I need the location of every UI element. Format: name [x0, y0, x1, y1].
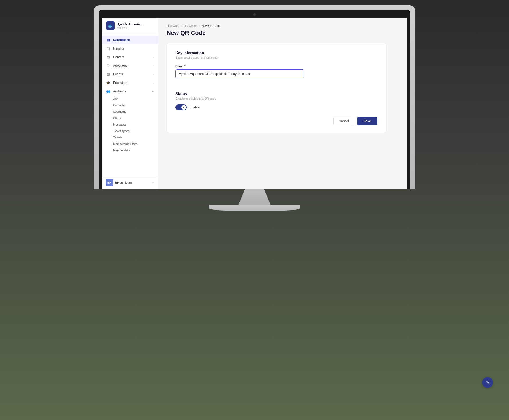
key-info-section: Key Information Basic details about the … — [175, 51, 377, 78]
status-section: Status Enable or disable this QR code ✓ … — [175, 92, 377, 110]
name-label: Name * — [175, 65, 377, 68]
sidebar-item-adoptions[interactable]: ♡ Adoptions › — [102, 61, 158, 70]
breadcrumb-current: New QR Code — [201, 24, 220, 27]
logout-icon[interactable]: ⇥ — [151, 181, 154, 185]
chevron-right-icon: › — [153, 81, 154, 84]
sidebar-subitem-ticket-types[interactable]: Ticket Types — [102, 128, 158, 134]
page-title: New QR Code — [167, 29, 399, 36]
sidebar-logo-area: 🐟 Aycliffe Aquarium n-gage.io — [102, 18, 158, 33]
key-info-desc: Basic details about the QR code — [175, 56, 377, 59]
adoptions-icon: ♡ — [106, 63, 110, 68]
toggle-thumb: ✓ — [181, 105, 186, 110]
sidebar-item-education[interactable]: 🎓 Education › — [102, 78, 158, 87]
sidebar-footer: BH Bryan Hoare ⇥ — [102, 176, 158, 189]
org-url: n-gage.io — [117, 26, 142, 29]
toggle-row: ✓ Enabled — [175, 104, 377, 110]
sidebar-subitem-tickets[interactable]: Tickets — [102, 134, 158, 141]
sidebar-item-label: Insights — [113, 47, 124, 50]
chevron-right-icon: › — [153, 64, 154, 67]
sidebar-item-events[interactable]: ⊞ Events › — [102, 70, 158, 78]
form-card: Key Information Basic details about the … — [167, 43, 386, 133]
fab-button[interactable]: ✎ — [482, 377, 493, 388]
breadcrumb-hardware[interactable]: Hardware — [167, 24, 179, 27]
chevron-right-icon: › — [153, 56, 154, 59]
sidebar-item-label: Education — [113, 81, 127, 85]
sidebar-subitem-offers[interactable]: Offers — [102, 115, 158, 121]
breadcrumb-qrcodes[interactable]: QR Codes — [184, 24, 197, 27]
sidebar-subitem-app[interactable]: App — [102, 96, 158, 102]
sidebar-subitem-messages[interactable]: Messages — [102, 121, 158, 128]
sidebar-nav: ⊞ Dashboard ◫ Insights ⊡ Content › — [102, 33, 158, 176]
user-name: Bryan Hoare — [115, 181, 149, 184]
education-icon: 🎓 — [106, 81, 110, 85]
events-icon: ⊞ — [106, 72, 110, 76]
sidebar-subitem-contacts[interactable]: Contacts — [102, 102, 158, 108]
breadcrumb: Hardware › QR Codes › New QR Code — [167, 24, 399, 27]
sidebar: 🐟 Aycliffe Aquarium n-gage.io ⊞ Dashboar… — [102, 18, 158, 189]
toggle-check-icon: ✓ — [183, 106, 185, 109]
save-button[interactable]: Save — [357, 117, 377, 125]
sidebar-subitem-membership-plans[interactable]: Membership Plans — [102, 141, 158, 147]
logo-text: Aycliffe Aquarium n-gage.io — [117, 22, 142, 29]
camera-dot — [253, 13, 256, 16]
content-icon: ⊡ — [106, 55, 110, 59]
sidebar-item-label: Events — [113, 72, 123, 76]
sidebar-item-content[interactable]: ⊡ Content › — [102, 53, 158, 61]
sidebar-item-label: Dashboard — [113, 38, 130, 42]
audience-icon: 👥 — [106, 89, 110, 93]
toggle-label: Enabled — [189, 106, 201, 109]
insights-icon: ◫ — [106, 46, 110, 51]
stand-base — [209, 205, 300, 211]
breadcrumb-sep-1: › — [181, 24, 182, 27]
chevron-down-icon: ▾ — [152, 90, 154, 93]
breadcrumb-sep-2: › — [199, 24, 200, 27]
org-name: Aycliffe Aquarium — [117, 22, 142, 26]
status-title: Status — [175, 92, 377, 96]
action-row: Cancel Save — [175, 117, 377, 125]
divider — [175, 85, 377, 85]
sidebar-subitem-memberships[interactable]: Memberships — [102, 147, 158, 153]
key-info-title: Key Information — [175, 51, 377, 55]
sidebar-subitem-segments[interactable]: Segments — [102, 108, 158, 115]
sidebar-item-label: Adoptions — [113, 64, 127, 68]
dashboard-icon: ⊞ — [106, 38, 110, 42]
sidebar-item-label: Content — [113, 55, 124, 59]
sidebar-item-dashboard[interactable]: ⊞ Dashboard — [102, 36, 158, 44]
sidebar-item-insights[interactable]: ◫ Insights — [102, 44, 158, 53]
main-content: Hardware › QR Codes › New QR Code New QR… — [158, 18, 407, 189]
sidebar-item-label: Audience — [113, 89, 126, 93]
stand-neck — [238, 189, 271, 205]
monitor-stand — [94, 189, 415, 211]
avatar: BH — [106, 179, 113, 186]
cancel-button[interactable]: Cancel — [333, 117, 354, 125]
sidebar-item-audience[interactable]: 👥 Audience ▾ — [102, 87, 158, 96]
chevron-right-icon: › — [153, 73, 154, 76]
name-input[interactable] — [175, 69, 304, 78]
toggle-switch[interactable]: ✓ — [175, 104, 187, 110]
status-desc: Enable or disable this QR code — [175, 97, 377, 100]
app-logo-icon: 🐟 — [106, 21, 115, 30]
